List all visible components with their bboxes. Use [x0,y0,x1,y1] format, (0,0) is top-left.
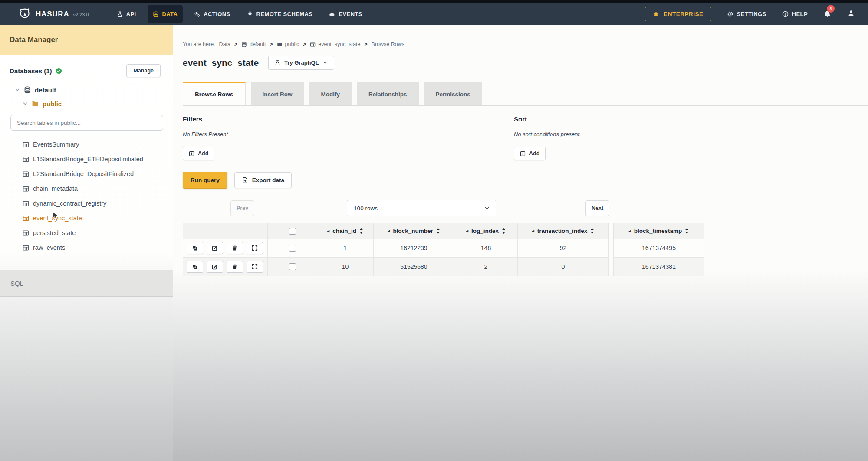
edit-row-button[interactable] [207,242,223,254]
breadcrumb-item-default[interactable]: default [250,41,266,47]
move-column-left-icon[interactable] [629,229,631,233]
expand-row-button[interactable] [247,261,263,273]
delete-row-button[interactable] [227,261,243,273]
help-button[interactable]: HELP [782,11,808,17]
manage-button[interactable]: Manage [126,64,161,77]
breadcrumb: You are here: Data default public event_… [173,25,868,47]
expand-row-button[interactable] [247,242,263,254]
rows-per-page-select[interactable]: 100 rows [347,200,496,216]
column-header-block-number[interactable]: block_number [374,223,454,239]
table-name: EventsSummary [33,141,79,148]
delete-row-button[interactable] [227,242,243,254]
version-label[interactable]: v2.23.0 [73,12,89,17]
select-all-checkbox[interactable] [289,228,296,235]
row-checkbox[interactable] [289,245,296,252]
settings-button[interactable]: SETTINGS [727,11,766,17]
sidebar-table-item[interactable]: persisted_state [0,226,173,240]
hasura-logo-icon[interactable] [18,8,31,21]
next-page-button[interactable]: Next [585,200,609,216]
edit-row-button[interactable] [207,261,223,273]
table-name: raw_events [33,244,65,251]
column-header-block-timestamp[interactable]: block_timestamp [613,223,704,239]
notifications-button[interactable]: 8 [823,9,832,19]
sort-toggle-icon[interactable] [590,228,594,234]
tab-browse-rows[interactable]: Browse Rows [183,82,246,105]
nav-utilities: ENTERPRISE SETTINGS HELP 8 [645,7,855,21]
sidebar-table-item[interactable]: dynamic_contract_registry [0,196,173,211]
export-file-icon [242,177,248,183]
nav-item-label: API [126,11,136,17]
tab-label: Insert Row [263,91,293,98]
plus-square-icon [520,151,526,157]
try-graphql-button[interactable]: Try GraphQL [268,56,334,70]
edit-icon [212,245,218,251]
prev-page-button[interactable]: Prev [230,200,254,216]
notification-badge: 8 [827,5,835,13]
tab-relationships[interactable]: Relationships [357,82,419,105]
sidebar-table-item[interactable]: L1StandardBridge_ETHDepositInitiated [0,152,173,167]
user-menu-button[interactable] [847,10,855,19]
row-checkbox[interactable] [289,263,296,270]
breadcrumb-prefix: You are here: [183,41,215,47]
breadcrumb-item-data[interactable]: Data [219,41,230,47]
gear-icon [727,11,733,17]
add-sort-button[interactable]: Add [514,147,546,160]
column-header-log-index[interactable]: log_index [454,223,518,239]
folder-icon [277,42,283,47]
sort-toggle-icon[interactable] [685,228,689,234]
column-header-transaction-index[interactable]: transaction_index [518,223,609,239]
column-gap [609,239,613,258]
clone-icon [192,245,198,251]
tree-item-public-schema[interactable]: public [0,97,173,111]
sql-section[interactable]: SQL [0,270,173,297]
tree-item-default-database[interactable]: default [0,83,173,97]
sidebar-table-item[interactable]: chain_metadata [0,181,173,196]
trash-icon [232,245,238,251]
tab-permissions[interactable]: Permissions [424,82,482,105]
row-actions-cell [183,239,268,258]
move-column-left-icon[interactable] [327,229,329,233]
connected-check-icon [56,68,62,74]
chevron-down-icon[interactable] [23,101,28,106]
nav-item-remote-schemas[interactable]: REMOTE SCHEMAS [242,3,318,25]
breadcrumb-item-browse-rows[interactable]: Browse Rows [372,41,404,47]
breadcrumb-item-public[interactable]: public [285,41,299,47]
main-content: You are here: Data default public event_… [173,25,868,461]
move-column-left-icon[interactable] [466,229,468,233]
sort-toggle-icon[interactable] [359,228,363,234]
nav-item-data[interactable]: DATA [148,5,183,23]
table-name: persisted_state [33,229,76,236]
table-icon [23,245,29,251]
tab-insert-row[interactable]: Insert Row [251,82,304,105]
run-query-button[interactable]: Run query [183,172,227,189]
move-column-left-icon[interactable] [532,229,534,233]
column-gap [609,258,613,276]
sidebar-table-item-selected[interactable]: event_sync_state [0,211,173,226]
brand-group: HASURA v2.23.0 [18,8,89,21]
tab-bar: Browse Rows Insert Row Modify Relationsh… [183,82,868,106]
nav-item-actions[interactable]: ACTIONS [189,3,235,25]
sidebar-table-item[interactable]: EventsSummary [0,137,173,152]
breadcrumb-item-table[interactable]: event_sync_state [318,41,360,47]
export-data-button[interactable]: Export data [234,172,292,188]
clone-row-button[interactable] [187,242,203,254]
enterprise-button[interactable]: ENTERPRISE [645,7,711,21]
tab-modify[interactable]: Modify [309,82,352,105]
move-column-left-icon[interactable] [388,229,390,233]
nav-item-api[interactable]: API [112,3,141,25]
add-filter-button[interactable]: Add [183,147,214,160]
sort-toggle-icon[interactable] [502,228,506,234]
tab-label: Browse Rows [195,91,233,98]
nav-item-events[interactable]: EVENTS [324,3,367,25]
sidebar-table-item[interactable]: L2StandardBridge_DepositFinalized [0,167,173,181]
rows-per-page-value: 100 rows [354,205,378,212]
search-tables-input[interactable] [10,115,163,131]
sort-toggle-icon[interactable] [436,228,440,234]
table-name: chain_metadata [33,185,78,192]
clone-row-button[interactable] [187,261,203,273]
chevron-down-icon[interactable] [15,87,20,92]
sidebar-table-item[interactable]: raw_events [0,240,173,255]
column-header-chain-id[interactable]: chain_id [317,223,374,239]
expand-icon [252,245,258,251]
schema-name: public [43,100,62,108]
